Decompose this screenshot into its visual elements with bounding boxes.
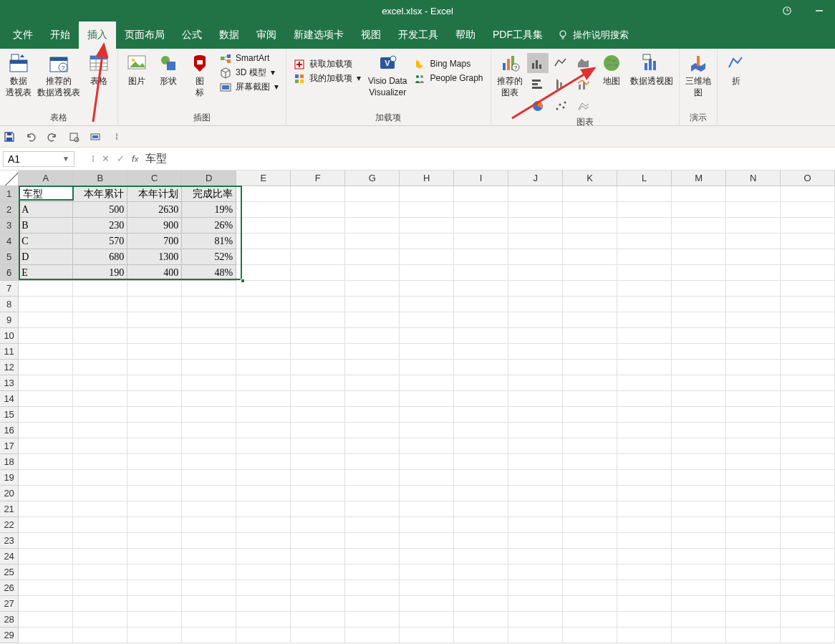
cell[interactable]	[781, 628, 835, 643]
cell[interactable]	[73, 281, 127, 297]
cell[interactable]	[19, 612, 73, 628]
cell[interactable]	[454, 470, 508, 486]
combo-chart-button[interactable]	[573, 75, 594, 95]
column-header[interactable]: A	[19, 170, 73, 186]
cell[interactable]	[617, 580, 672, 596]
cell[interactable]	[672, 423, 726, 438]
cell[interactable]	[454, 549, 508, 564]
tab-formulas[interactable]: 公式	[173, 21, 211, 49]
cell[interactable]	[182, 423, 236, 438]
cell[interactable]: D	[19, 249, 73, 265]
cell[interactable]	[617, 423, 672, 438]
cell[interactable]	[563, 549, 617, 564]
cell[interactable]	[236, 186, 291, 202]
shapes-button[interactable]: 形状	[153, 50, 184, 89]
cell[interactable]	[19, 297, 73, 312]
line-chart-button[interactable]	[550, 53, 571, 73]
cell[interactable]	[454, 249, 508, 265]
cell[interactable]	[73, 533, 127, 549]
cell[interactable]	[19, 407, 73, 423]
cell[interactable]	[726, 533, 781, 549]
cell[interactable]	[127, 407, 182, 423]
undo-button[interactable]	[24, 130, 37, 143]
column-header[interactable]: F	[291, 170, 345, 186]
cell[interactable]	[345, 470, 400, 486]
cell[interactable]	[617, 391, 672, 407]
row-header[interactable]: 28	[0, 612, 19, 628]
cell[interactable]	[563, 297, 617, 312]
cell[interactable]	[454, 234, 508, 249]
cell[interactable]	[781, 202, 835, 218]
cell[interactable]	[236, 281, 291, 297]
cell[interactable]	[617, 344, 672, 360]
cell[interactable]	[345, 281, 400, 297]
cell[interactable]	[672, 391, 726, 407]
row-header[interactable]: 12	[0, 360, 19, 375]
cell[interactable]	[781, 580, 835, 596]
cell[interactable]	[454, 533, 508, 549]
cell[interactable]	[291, 391, 345, 407]
cell[interactable]	[127, 281, 182, 297]
cell[interactable]	[182, 612, 236, 628]
cell[interactable]	[127, 549, 182, 564]
cell[interactable]: A	[19, 202, 73, 218]
cell[interactable]	[236, 438, 291, 454]
row-header[interactable]: 11	[0, 344, 19, 360]
cell[interactable]	[672, 549, 726, 564]
area-chart-button[interactable]	[573, 53, 594, 73]
cell[interactable]	[236, 628, 291, 643]
cell[interactable]	[236, 328, 291, 344]
cell[interactable]	[182, 360, 236, 375]
cell[interactable]	[400, 423, 454, 438]
cell[interactable]	[127, 297, 182, 312]
cell[interactable]	[19, 517, 73, 533]
cell[interactable]	[508, 407, 563, 423]
cell[interactable]	[726, 501, 781, 517]
column-header[interactable]: D	[182, 170, 236, 186]
cell[interactable]	[127, 486, 182, 501]
tab-data[interactable]: 数据	[211, 21, 248, 49]
cell[interactable]	[291, 186, 345, 202]
cell[interactable]	[400, 454, 454, 470]
cancel-formula-icon[interactable]: ✕	[102, 153, 110, 164]
cell[interactable]	[781, 612, 835, 628]
cell[interactable]	[726, 375, 781, 391]
cell[interactable]	[781, 234, 835, 249]
cell[interactable]	[563, 312, 617, 328]
tab-home[interactable]: 开始	[42, 21, 79, 49]
cell[interactable]	[726, 470, 781, 486]
cell[interactable]	[508, 628, 563, 643]
cell[interactable]	[236, 391, 291, 407]
cell[interactable]	[617, 501, 672, 517]
tab-pdf[interactable]: PDF工具集	[484, 21, 551, 49]
cell[interactable]	[672, 218, 726, 234]
cell[interactable]	[291, 596, 345, 612]
cell[interactable]	[563, 344, 617, 360]
cell[interactable]	[726, 297, 781, 312]
cell[interactable]	[19, 501, 73, 517]
cell[interactable]	[781, 281, 835, 297]
cell[interactable]	[726, 454, 781, 470]
cell[interactable]	[617, 612, 672, 628]
cell[interactable]	[345, 202, 400, 218]
cell[interactable]	[563, 533, 617, 549]
cell[interactable]	[291, 438, 345, 454]
cell[interactable]: 车型	[19, 186, 73, 202]
cell[interactable]: 900	[127, 218, 182, 234]
cell[interactable]	[672, 533, 726, 549]
fx-icon[interactable]: fx	[132, 153, 138, 164]
cell[interactable]	[236, 344, 291, 360]
cell[interactable]	[19, 281, 73, 297]
cell[interactable]	[617, 517, 672, 533]
cell[interactable]	[127, 564, 182, 580]
cell[interactable]	[345, 265, 400, 281]
cell[interactable]	[236, 265, 291, 281]
cell[interactable]	[182, 328, 236, 344]
cell[interactable]	[563, 407, 617, 423]
cell[interactable]	[127, 470, 182, 486]
row-header[interactable]: 26	[0, 580, 19, 596]
cell[interactable]	[345, 438, 400, 454]
cell[interactable]	[400, 234, 454, 249]
cell[interactable]	[73, 438, 127, 454]
cell[interactable]	[726, 218, 781, 234]
